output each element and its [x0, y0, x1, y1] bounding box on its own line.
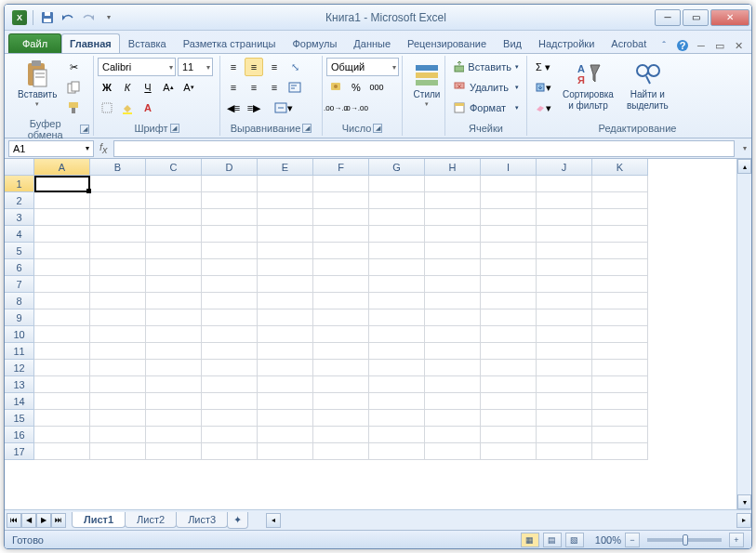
clear-icon[interactable]: ▾ [531, 99, 555, 117]
cell[interactable] [146, 360, 202, 376]
scroll-down-button[interactable]: ▾ [737, 494, 751, 509]
cell[interactable] [90, 393, 146, 410]
help-icon[interactable]: ? [675, 38, 690, 53]
cell[interactable] [258, 376, 313, 393]
merge-icon[interactable]: ▾ [265, 99, 302, 117]
ribbon-tab-6[interactable]: Вид [495, 33, 530, 53]
row-header[interactable]: 13 [5, 376, 34, 393]
cell[interactable] [592, 209, 648, 226]
cell[interactable] [425, 176, 481, 192]
cell[interactable] [425, 393, 481, 410]
cell[interactable] [313, 293, 369, 309]
decrease-decimal-icon[interactable]: .0→.00 [347, 99, 365, 117]
cell[interactable] [34, 326, 90, 343]
cell[interactable] [537, 192, 592, 209]
cell[interactable] [34, 293, 90, 309]
row-header[interactable]: 11 [5, 343, 34, 360]
cell[interactable] [537, 259, 592, 276]
cell[interactable] [34, 243, 90, 259]
italic-button[interactable]: К [118, 78, 137, 97]
cell[interactable] [146, 309, 202, 326]
cell[interactable] [34, 276, 90, 293]
cell[interactable] [537, 326, 592, 343]
minimize-button[interactable]: ─ [655, 9, 681, 26]
cell[interactable] [258, 293, 313, 309]
cell[interactable] [537, 176, 592, 192]
cell[interactable] [258, 326, 313, 343]
align-top-icon[interactable]: ≡ [224, 58, 243, 76]
cell[interactable] [369, 226, 425, 243]
cell[interactable] [90, 259, 146, 276]
cell[interactable] [202, 243, 258, 259]
cell[interactable] [481, 243, 537, 259]
bold-button[interactable]: Ж [98, 78, 116, 97]
cell[interactable] [146, 326, 202, 343]
prev-sheet-button[interactable]: ◀ [21, 513, 36, 528]
ribbon-tab-4[interactable]: Данные [345, 33, 399, 53]
cell[interactable] [537, 226, 592, 243]
sort-filter-button[interactable]: AЯ Сортировка и фильтр [557, 58, 619, 113]
cell[interactable] [90, 326, 146, 343]
ribbon-tab-8[interactable]: Acrobat [603, 33, 655, 53]
cell[interactable] [313, 226, 369, 243]
cell[interactable] [425, 326, 481, 343]
cell[interactable] [592, 376, 648, 393]
save-icon[interactable] [39, 9, 56, 26]
cell[interactable] [258, 276, 313, 293]
cell[interactable] [313, 259, 369, 276]
cell[interactable] [90, 209, 146, 226]
cell[interactable] [90, 309, 146, 326]
row-header[interactable]: 7 [5, 276, 34, 293]
cell[interactable] [537, 309, 592, 326]
col-header[interactable]: K [592, 159, 648, 176]
cell[interactable] [537, 243, 592, 259]
cell[interactable] [369, 326, 425, 343]
col-header[interactable]: G [369, 159, 425, 176]
cell[interactable] [425, 343, 481, 360]
cell[interactable] [258, 343, 313, 360]
ribbon-tab-3[interactable]: Формулы [284, 33, 345, 53]
cell[interactable] [369, 427, 425, 443]
cell[interactable] [146, 427, 202, 443]
cell[interactable] [369, 293, 425, 309]
cell[interactable] [425, 209, 481, 226]
format-cells-button[interactable]: Формат▾ [449, 99, 523, 117]
wrap-text-icon[interactable] [285, 78, 304, 97]
vertical-scrollbar[interactable]: ▴ ▾ [736, 159, 751, 509]
cell[interactable] [537, 293, 592, 309]
cell[interactable] [313, 276, 369, 293]
cell[interactable] [481, 360, 537, 376]
cell[interactable] [425, 259, 481, 276]
last-sheet-button[interactable]: ⏭ [51, 513, 66, 528]
row-header[interactable]: 8 [5, 293, 34, 309]
cell[interactable] [258, 427, 313, 443]
cell[interactable] [537, 360, 592, 376]
ribbon-tab-1[interactable]: Вставка [120, 33, 175, 53]
cell[interactable] [90, 410, 146, 427]
file-tab[interactable]: Файл [8, 33, 61, 53]
cell[interactable] [146, 410, 202, 427]
cell[interactable] [313, 376, 369, 393]
cell[interactable] [34, 427, 90, 443]
col-header[interactable]: H [425, 159, 481, 176]
cell[interactable] [202, 192, 258, 209]
orientation-icon[interactable]: ⤡ [285, 58, 304, 76]
cell[interactable] [258, 176, 313, 192]
cell[interactable] [146, 192, 202, 209]
col-header[interactable]: E [258, 159, 313, 176]
cell[interactable] [258, 360, 313, 376]
cell[interactable] [202, 410, 258, 427]
cell[interactable] [34, 360, 90, 376]
cell[interactable] [592, 427, 648, 443]
cell[interactable] [34, 309, 90, 326]
cell[interactable] [90, 276, 146, 293]
cell[interactable] [425, 443, 481, 460]
cell[interactable] [369, 393, 425, 410]
cell[interactable] [481, 376, 537, 393]
cell[interactable] [481, 427, 537, 443]
cell[interactable] [481, 176, 537, 192]
row-header[interactable]: 4 [5, 226, 34, 243]
row-header[interactable]: 15 [5, 410, 34, 427]
cell[interactable] [313, 343, 369, 360]
cell[interactable] [202, 443, 258, 460]
